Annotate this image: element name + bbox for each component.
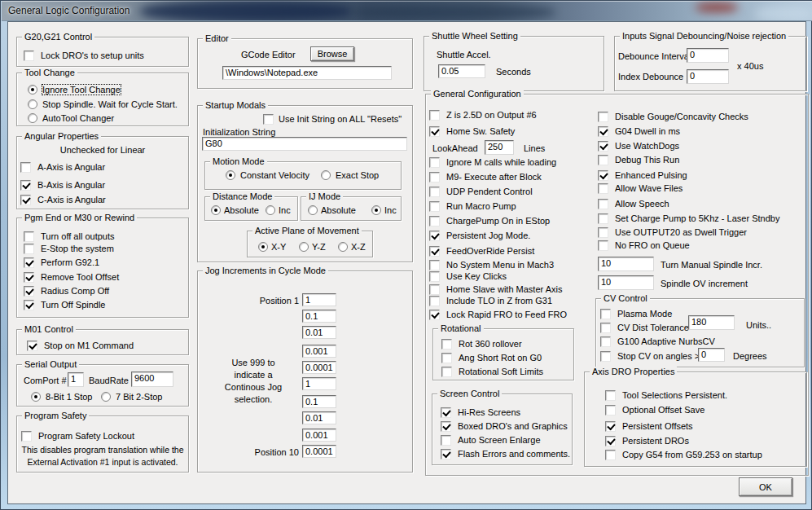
radio-autotool-changer[interactable]: AutoTool Changer — [28, 112, 114, 124]
checkbox-icon[interactable] — [429, 231, 440, 241]
checkbox-flash-errors[interactable]: Flash Errors and comments. — [441, 448, 570, 459]
checkbox-allow-wave-files[interactable]: Allow Wave Files — [598, 182, 683, 194]
cv-dist-tolerance-input[interactable]: 180 — [688, 315, 735, 330]
shuttle-accel-input[interactable]: 0.05 — [438, 64, 485, 78]
browse-button[interactable]: Browse — [310, 46, 354, 61]
checkbox-no-fro-queue[interactable]: No FRO on Queue — [598, 240, 690, 251]
jog-increment-input-2[interactable]: 0.1 — [302, 310, 336, 323]
checkbox-icon[interactable] — [441, 421, 451, 432]
checkbox-lock-rapid-fro[interactable]: Lock Rapid FRO to Feed FRO — [429, 309, 567, 320]
checkbox-persistent-jog[interactable]: Persistent Jog Mode. — [429, 230, 530, 241]
checkbox-m9-execute[interactable]: M9- Execute after Block — [429, 171, 542, 182]
checkbox-icon[interactable] — [441, 407, 451, 418]
checkbox-use-key-clicks[interactable]: Use Key Clicks — [429, 270, 507, 282]
checkbox-icon[interactable] — [600, 309, 611, 319]
checkbox-icon[interactable] — [600, 336, 611, 347]
checkbox-ignore-m-calls[interactable]: Ignore M calls while loading — [429, 156, 556, 168]
radio-ij-absolute[interactable]: Absolute — [308, 204, 356, 216]
checkbox-persistent-offsets[interactable]: Persistent Offsets — [605, 420, 693, 432]
radio-constant-velocity[interactable]: Constant Velocity — [226, 169, 309, 181]
checkbox-icon[interactable] — [429, 284, 440, 295]
checkbox-icon[interactable] — [21, 431, 32, 442]
checkbox-icon[interactable] — [429, 246, 440, 257]
checkbox-icon[interactable] — [600, 323, 611, 333]
radio-plane-xz[interactable]: X-Z — [338, 241, 366, 253]
checkbox-icon[interactable] — [441, 435, 451, 446]
radio-icon[interactable] — [308, 205, 318, 215]
checkbox-icon[interactable] — [429, 157, 440, 168]
radio-icon[interactable] — [28, 85, 37, 95]
title-bar[interactable]: General Logic Configuration — [2, 1, 812, 21]
jog-increment-input-6[interactable]: 1 — [302, 377, 336, 390]
jog-increment-input-9[interactable]: 0.001 — [302, 429, 336, 442]
checkbox-turn-off-all-outputs[interactable]: Turn off all outputs — [24, 231, 115, 242]
radio-icon[interactable] — [266, 205, 275, 215]
checkbox-icon[interactable] — [24, 286, 34, 297]
checkbox-hires-screens[interactable]: Hi-Res Screens — [441, 407, 520, 418]
radio-distance-absolute[interactable]: Absolute — [211, 204, 259, 216]
checkbox-icon[interactable] — [24, 51, 34, 61]
radio-ij-inc[interactable]: Inc — [371, 204, 397, 216]
checkbox-icon[interactable] — [24, 257, 34, 268]
checkbox-icon[interactable] — [429, 260, 440, 270]
ok-button[interactable]: OK — [739, 477, 792, 496]
radio-8bit-1stop[interactable]: 8-Bit 1 Stop — [31, 391, 92, 402]
checkbox-icon[interactable] — [605, 450, 616, 460]
jog-increment-input-7[interactable]: 0.1 — [302, 395, 336, 408]
checkbox-icon[interactable] — [441, 367, 452, 377]
checkbox-rotational-soft-limits[interactable]: Rotational Soft Limits — [441, 366, 543, 377]
checkbox-turn-off-spindle[interactable]: Turn Off Spindle — [24, 299, 106, 310]
checkbox-copy-g54[interactable]: Copy G54 from G59.253 on startup — [605, 449, 762, 460]
checkbox-udp-pendent[interactable]: UDP Pendent Control — [429, 186, 533, 197]
checkbox-debug-this-run[interactable]: Debug This Run — [598, 154, 679, 165]
checkbox-icon[interactable] — [429, 216, 440, 226]
spindle-ov-increment-input[interactable]: 10 — [598, 275, 654, 290]
checkbox-rot-360-rollover[interactable]: Rot 360 rollover — [441, 338, 522, 350]
checkbox-icon[interactable] — [24, 231, 34, 242]
checkbox-enhanced-pulsing[interactable]: Enhanced Pulsing — [598, 169, 687, 181]
checkbox-stop-cv-angles[interactable]: Stop CV on angles > — [600, 350, 700, 362]
checkbox-icon[interactable] — [605, 405, 616, 415]
checkbox-cv-dist-tolerance[interactable]: CV Dist Tolerance — [600, 322, 689, 333]
checkbox-icon[interactable] — [429, 110, 440, 121]
jog-increment-input-3[interactable]: 0.01 — [302, 326, 336, 339]
checkbox-icon[interactable] — [598, 155, 608, 165]
checkbox-icon[interactable] — [429, 271, 440, 282]
checkbox-remove-tool-offset[interactable]: Remove Tool Offset — [24, 271, 119, 283]
radio-icon[interactable] — [371, 205, 381, 215]
radio-icon[interactable] — [299, 242, 309, 252]
checkbox-disable-gouge[interactable]: Disable Gouge/Concavity Checks — [598, 111, 748, 122]
checkbox-allow-speech[interactable]: Allow Speech — [598, 198, 669, 209]
checkbox-icon[interactable] — [598, 126, 608, 137]
checkbox-icon[interactable] — [20, 195, 31, 205]
checkbox-icon[interactable] — [20, 180, 31, 191]
radio-exact-stop[interactable]: Exact Stop — [321, 169, 379, 181]
checkbox-icon[interactable] — [600, 351, 611, 362]
checkbox-optional-offset-save[interactable]: Optional Offset Save — [605, 404, 704, 415]
init-string-input[interactable]: G80 — [202, 137, 407, 151]
radio-icon[interactable] — [28, 113, 37, 123]
checkbox-auto-screen-enlarge[interactable]: Auto Screen Enlarge — [441, 434, 541, 446]
checkbox-g04-dwell-ms[interactable]: G04 Dwell in ms — [598, 125, 680, 137]
radio-ignore-tool-change[interactable]: Ignore Tool Change — [28, 84, 121, 95]
checkbox-icon[interactable] — [605, 421, 616, 432]
jog-increment-input-1[interactable]: 1 — [302, 293, 336, 306]
checkbox-tool-selections-persistent[interactable]: Tool Selections Persistent. — [605, 389, 727, 401]
checkbox-g100-nurbs[interactable]: G100 Adaptive NurbsCV — [600, 336, 715, 347]
checkbox-icon[interactable] — [263, 114, 274, 125]
checkbox-radius-comp-off[interactable]: Radius Comp Off — [24, 285, 109, 297]
checkbox-boxed-dros[interactable]: Boxed DRO's and Graphics — [441, 420, 568, 432]
checkbox-lock-dros[interactable]: Lock DRO's to setup units — [24, 50, 144, 61]
jog-increment-input-5[interactable]: 0.0001 — [302, 361, 336, 374]
checkbox-icon[interactable] — [24, 244, 34, 254]
comport-input[interactable]: 1 — [68, 372, 84, 387]
checkbox-c-axis-angular[interactable]: C-Axis is Angular — [20, 194, 106, 205]
editor-path-input[interactable]: \Windows\Notepad.exe — [222, 66, 392, 80]
radio-icon[interactable] — [101, 392, 111, 402]
checkbox-icon[interactable] — [429, 126, 440, 137]
checkbox-icon[interactable] — [605, 436, 616, 446]
checkbox-icon[interactable] — [20, 162, 31, 173]
checkbox-icon[interactable] — [598, 141, 608, 152]
checkbox-plasma-mode[interactable]: Plasma Mode — [600, 308, 672, 319]
checkbox-a-axis-angular[interactable]: A-Axis is Angular — [20, 161, 105, 173]
